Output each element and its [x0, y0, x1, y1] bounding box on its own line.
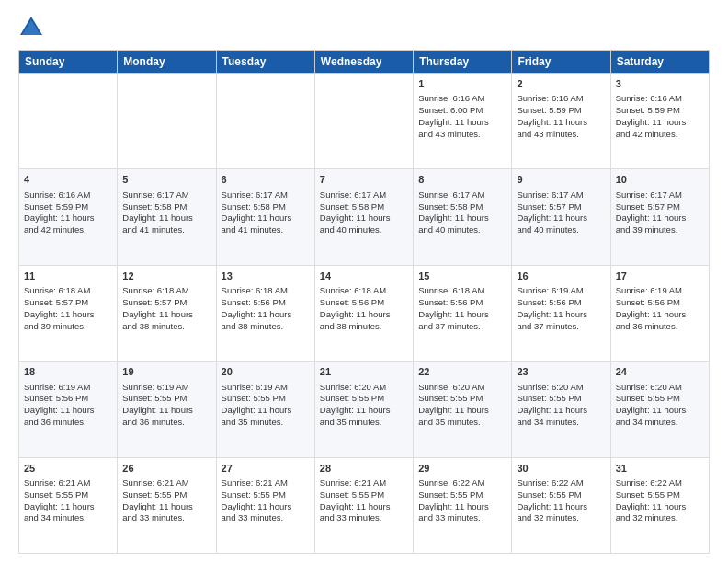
calendar-cell: [19, 74, 118, 169]
cell-text: Sunrise: 6:19 AM: [517, 285, 605, 297]
calendar-cell: 7Sunrise: 6:17 AMSunset: 5:58 PMDaylight…: [314, 169, 413, 265]
cell-text: Sunrise: 6:19 AM: [24, 382, 112, 394]
cell-text: Sunrise: 6:16 AM: [24, 190, 112, 201]
cell-text: and 33 minutes.: [122, 512, 210, 524]
cell-text: Daylight: 11 hours: [320, 213, 408, 224]
cell-text: Daylight: 11 hours: [517, 309, 605, 321]
cell-text: Sunset: 5:57 PM: [24, 297, 112, 309]
cell-text: Sunset: 5:56 PM: [517, 297, 605, 309]
cell-text: Sunrise: 6:18 AM: [24, 285, 112, 297]
cell-text: Sunrise: 6:18 AM: [122, 285, 210, 297]
cell-text: Sunrise: 6:18 AM: [418, 285, 506, 297]
day-number: 11: [24, 270, 112, 283]
cell-text: Sunrise: 6:16 AM: [517, 93, 605, 105]
cell-text: and 35 minutes.: [222, 417, 310, 429]
cell-text: Sunset: 5:56 PM: [24, 393, 112, 405]
calendar-week-2: 4Sunrise: 6:16 AMSunset: 5:59 PMDaylight…: [19, 169, 710, 265]
cell-text: Sunrise: 6:19 AM: [222, 382, 310, 394]
cell-text: Sunrise: 6:17 AM: [418, 190, 506, 201]
calendar-cell: 19Sunrise: 6:19 AMSunset: 5:55 PMDayligh…: [118, 362, 216, 457]
cell-text: Sunset: 5:59 PM: [24, 201, 112, 213]
cell-text: Daylight: 11 hours: [418, 501, 506, 513]
day-number: 6: [222, 173, 310, 187]
calendar-week-3: 11Sunrise: 6:18 AMSunset: 5:57 PMDayligh…: [19, 265, 710, 361]
cell-text: and 41 minutes.: [122, 224, 210, 236]
day-number: 22: [418, 365, 506, 379]
cell-text: and 40 minutes.: [320, 224, 408, 236]
calendar-cell: 14Sunrise: 6:18 AMSunset: 5:56 PMDayligh…: [314, 265, 413, 361]
calendar-cell: 21Sunrise: 6:20 AMSunset: 5:55 PMDayligh…: [314, 362, 413, 457]
cell-text: Sunset: 5:57 PM: [517, 201, 605, 213]
weekday-wednesday: Wednesday: [314, 51, 413, 74]
day-number: 1: [418, 77, 506, 91]
cell-text: Sunset: 5:55 PM: [222, 393, 310, 405]
calendar-page: SundayMondayTuesdayWednesdayThursdayFrid…: [0, 0, 728, 563]
cell-text: Sunset: 5:55 PM: [320, 489, 408, 501]
cell-text: and 35 minutes.: [418, 417, 506, 429]
cell-text: Sunset: 5:56 PM: [418, 297, 506, 309]
calendar-cell: 8Sunrise: 6:17 AMSunset: 5:58 PMDaylight…: [414, 169, 512, 265]
cell-text: Sunset: 5:56 PM: [222, 297, 310, 309]
calendar-cell: [216, 74, 314, 169]
cell-text: Sunrise: 6:16 AM: [418, 93, 506, 105]
weekday-sunday: Sunday: [19, 51, 118, 74]
day-number: 2: [517, 77, 605, 91]
day-number: 29: [418, 462, 506, 476]
cell-text: and 40 minutes.: [517, 224, 605, 236]
cell-text: Sunset: 5:55 PM: [122, 489, 210, 501]
weekday-header-row: SundayMondayTuesdayWednesdayThursdayFrid…: [19, 51, 710, 74]
day-number: 25: [24, 462, 112, 476]
cell-text: Sunrise: 6:21 AM: [222, 477, 310, 489]
cell-text: Sunset: 5:58 PM: [222, 201, 310, 213]
cell-text: Daylight: 11 hours: [616, 213, 704, 224]
cell-text: and 39 minutes.: [616, 224, 704, 236]
weekday-friday: Friday: [512, 51, 610, 74]
cell-text: Daylight: 11 hours: [517, 117, 605, 129]
calendar-table: SundayMondayTuesdayWednesdayThursdayFrid…: [18, 50, 710, 554]
logo-icon: [18, 15, 44, 40]
cell-text: Sunrise: 6:21 AM: [320, 477, 408, 489]
day-number: 20: [222, 365, 310, 379]
cell-text: Daylight: 11 hours: [222, 213, 310, 224]
calendar-cell: 24Sunrise: 6:20 AMSunset: 5:55 PMDayligh…: [610, 362, 709, 457]
cell-text: Daylight: 11 hours: [320, 501, 408, 513]
cell-text: Daylight: 11 hours: [320, 309, 408, 321]
cell-text: Sunset: 5:55 PM: [122, 393, 210, 405]
calendar-cell: 10Sunrise: 6:17 AMSunset: 5:57 PMDayligh…: [610, 169, 709, 265]
calendar-cell: 13Sunrise: 6:18 AMSunset: 5:56 PMDayligh…: [216, 265, 314, 361]
day-number: 10: [616, 173, 704, 187]
day-number: 3: [616, 77, 704, 91]
cell-text: Daylight: 11 hours: [320, 405, 408, 417]
cell-text: Daylight: 11 hours: [122, 405, 210, 417]
cell-text: and 38 minutes.: [222, 321, 310, 333]
cell-text: Sunset: 5:55 PM: [517, 489, 605, 501]
cell-text: and 34 minutes.: [616, 417, 704, 429]
calendar-week-1: 1Sunrise: 6:16 AMSunset: 6:00 PMDaylight…: [19, 74, 710, 169]
cell-text: and 40 minutes.: [418, 224, 506, 236]
calendar-cell: 17Sunrise: 6:19 AMSunset: 5:56 PMDayligh…: [610, 265, 709, 361]
cell-text: Sunset: 5:55 PM: [418, 489, 506, 501]
cell-text: Daylight: 11 hours: [616, 117, 704, 129]
calendar-cell: 16Sunrise: 6:19 AMSunset: 5:56 PMDayligh…: [512, 265, 610, 361]
day-number: 13: [222, 270, 310, 283]
cell-text: Daylight: 11 hours: [222, 309, 310, 321]
cell-text: Sunset: 5:58 PM: [122, 201, 210, 213]
day-number: 5: [122, 173, 210, 187]
cell-text: and 39 minutes.: [24, 321, 112, 333]
day-number: 9: [517, 173, 605, 187]
cell-text: Sunrise: 6:22 AM: [616, 477, 704, 489]
day-number: 26: [122, 462, 210, 476]
cell-text: Sunset: 5:55 PM: [517, 393, 605, 405]
cell-text: Sunrise: 6:20 AM: [616, 382, 704, 394]
cell-text: and 38 minutes.: [320, 321, 408, 333]
day-number: 18: [24, 365, 112, 379]
cell-text: Sunset: 5:55 PM: [320, 393, 408, 405]
cell-text: Sunset: 5:55 PM: [222, 489, 310, 501]
calendar-cell: 23Sunrise: 6:20 AMSunset: 5:55 PMDayligh…: [512, 362, 610, 457]
cell-text: Sunrise: 6:17 AM: [320, 190, 408, 201]
cell-text: and 33 minutes.: [418, 512, 506, 524]
cell-text: Daylight: 11 hours: [122, 213, 210, 224]
cell-text: and 33 minutes.: [222, 512, 310, 524]
weekday-saturday: Saturday: [610, 51, 709, 74]
cell-text: Sunset: 5:55 PM: [418, 393, 506, 405]
